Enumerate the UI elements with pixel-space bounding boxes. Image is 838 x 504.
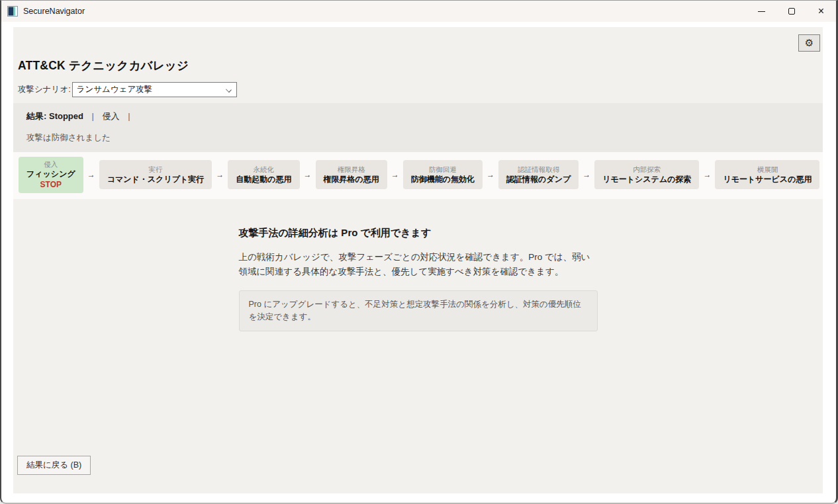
tactic-label: 権限昇格 — [338, 165, 365, 174]
pro-heading: 攻撃手法の詳細分析は Pro で利用できます — [239, 227, 598, 239]
technique-label: 認証情報のダンプ — [506, 174, 571, 185]
tactic-label: 永続化 — [254, 165, 275, 174]
chain-step-4: 権限昇格権限昇格の悪用 — [316, 160, 387, 189]
app-window: SecureNavigator × ⚙ ATT&CK テクニックカバレッジ 攻撃… — [0, 0, 838, 504]
back-to-results-button[interactable]: 結果に戻る (B) — [17, 456, 91, 475]
result-separator: | — [92, 111, 94, 121]
result-message: 攻撃は防御されました — [26, 132, 823, 144]
minimize-button[interactable] — [747, 1, 776, 22]
arrow-right-icon: → — [391, 170, 399, 179]
chain-step-2: 実行コマンド・スクリプト実行 — [99, 160, 212, 189]
chain-step-5: 防御回避防御機能の無効化 — [403, 160, 483, 189]
tactic-label: 防御回避 — [429, 165, 457, 174]
result-separator: | — [128, 111, 130, 121]
pro-content: 攻撃手法の詳細分析は Pro で利用できます 上の戦術カバレッジで、攻撃フェーズ… — [239, 227, 598, 331]
technique-label: 自動起動の悪用 — [236, 174, 291, 185]
chain-step-1: 侵入フィッシングSTOP — [19, 157, 83, 193]
settings-button[interactable]: ⚙ — [798, 34, 820, 52]
arrow-right-icon: → — [216, 170, 224, 179]
arrow-right-icon: → — [703, 170, 711, 179]
arrow-right-icon: → — [87, 170, 95, 179]
tactic-label: 認証情報取得 — [518, 165, 559, 174]
scenario-row: 攻撃シナリオ: ランサムウェア攻撃 — [18, 82, 823, 97]
scenario-dropdown[interactable]: ランサムウェア攻撃 — [72, 82, 237, 97]
technique-label: フィッシング — [26, 169, 75, 179]
chain-step-7: 内部探索リモートシステムの探索 — [594, 160, 699, 189]
result-stage: 侵入 — [103, 111, 120, 121]
title-bar: SecureNavigator × — [1, 1, 836, 22]
page-background: ⚙ ATT&CK テクニックカバレッジ 攻撃シナリオ: ランサムウェア攻撃 結果… — [1, 27, 836, 504]
pro-note-box: Pro にアップグレードすると、不足対策と想定攻撃手法の関係を分析し、対策の優先… — [239, 290, 598, 331]
app-icon — [7, 6, 18, 17]
chain-step-8: 横展開リモートサービスの悪用 — [715, 160, 819, 189]
page-title: ATT&CK テクニックカバレッジ — [13, 27, 823, 73]
result-status: Stopped — [49, 111, 83, 121]
technique-label: 防御機能の無効化 — [411, 174, 475, 185]
result-line: 結果: Stopped | 侵入 | — [26, 110, 823, 122]
main-panel: ⚙ ATT&CK テクニックカバレッジ 攻撃シナリオ: ランサムウェア攻撃 結果… — [13, 27, 823, 493]
scenario-selected-value: ランサムウェア攻撃 — [73, 84, 153, 95]
maximize-button[interactable] — [776, 1, 806, 22]
minimize-icon — [758, 11, 765, 12]
close-icon: × — [818, 6, 824, 17]
maximize-icon — [788, 8, 795, 15]
tactic-label: 横展開 — [757, 165, 778, 174]
technique-label: 権限昇格の悪用 — [324, 174, 379, 185]
chain-step-3: 永続化自動起動の悪用 — [228, 160, 299, 189]
arrow-right-icon: → — [487, 170, 494, 179]
result-bar: 結果: Stopped | 侵入 | 攻撃は防御されました — [13, 103, 823, 152]
stop-badge: STOP — [40, 179, 62, 190]
scenario-label: 攻撃シナリオ: — [18, 84, 71, 95]
window-title: SecureNavigator — [23, 7, 85, 16]
tactic-label: 実行 — [148, 165, 162, 174]
tactic-chain: 侵入フィッシングSTOP→実行コマンド・スクリプト実行→永続化自動起動の悪用→権… — [13, 152, 823, 199]
result-label: 結果: — [26, 111, 46, 121]
chevron-down-icon — [226, 87, 232, 93]
arrow-right-icon: → — [304, 170, 312, 179]
close-button[interactable]: × — [806, 1, 836, 22]
tactic-label: 侵入 — [44, 159, 58, 169]
chain-step-6: 認証情報取得認証情報のダンプ — [498, 160, 579, 189]
tactic-label: 内部探索 — [633, 165, 661, 174]
arrow-right-icon: → — [582, 170, 590, 179]
gear-icon: ⚙ — [805, 37, 814, 49]
technique-label: リモートシステムの探索 — [602, 174, 691, 185]
technique-label: リモートサービスの悪用 — [723, 174, 812, 185]
technique-label: コマンド・スクリプト実行 — [107, 174, 205, 185]
pro-paragraph: 上の戦術カバレッジで、攻撃フェーズごとの対応状況を確認できます。Pro では、弱… — [239, 250, 598, 280]
